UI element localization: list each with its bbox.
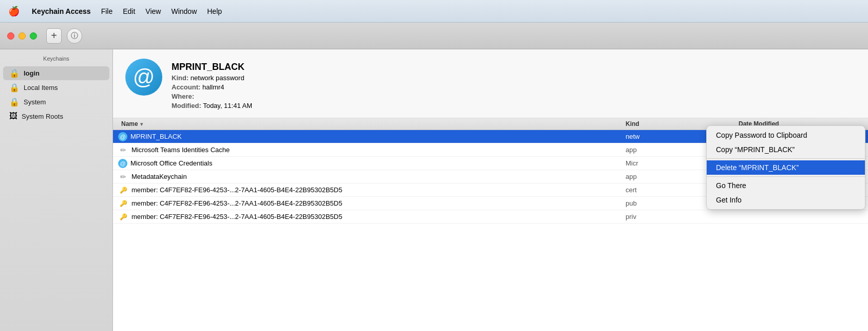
- row-kind: priv: [621, 213, 734, 220]
- lock-icon-login: 🔒: [9, 68, 20, 78]
- detail-kind-row: Kind: network password: [172, 74, 252, 82]
- row-name-cell: ✏ Microsoft Teams Identities Cache: [113, 146, 621, 154]
- sidebar-item-system-roots[interactable]: 🖼 System Roots: [3, 109, 109, 123]
- add-button[interactable]: +: [46, 28, 62, 44]
- traffic-lights: [7, 32, 37, 40]
- detail-where-row: Where:: [172, 93, 252, 100]
- menu-edit[interactable]: Edit: [123, 7, 135, 15]
- close-button[interactable]: [7, 32, 14, 40]
- pen-icon-row3: ✏: [118, 173, 128, 181]
- context-separator-2: [707, 176, 865, 177]
- detail-account-value: hallmr4: [202, 83, 224, 91]
- row-name: MetadataKeychain: [131, 173, 187, 180]
- apple-menu[interactable]: 🍎: [8, 6, 20, 17]
- menu-view[interactable]: View: [145, 7, 161, 15]
- row-name: Microsoft Office Credentials: [130, 159, 212, 167]
- maximize-button[interactable]: [30, 32, 37, 40]
- app-name: Keychain Access: [32, 7, 91, 15]
- row-name-cell: 🔑 member: C4F7EF82-FE96-4253-...2-7AA1-4…: [113, 199, 621, 207]
- row-name-cell: @ MPRINT_BLACK: [113, 132, 621, 141]
- at-icon-row: @: [118, 132, 127, 141]
- context-item-delete[interactable]: Delete “MPRINT_BLACK”: [707, 160, 865, 175]
- detail-info: MPRINT_BLACK Kind: network password Acco…: [172, 59, 252, 109]
- detail-modified-row: Modified: Today, 11:41 AM: [172, 102, 252, 109]
- menu-file[interactable]: File: [101, 7, 113, 15]
- sidebar-label-login: login: [24, 69, 40, 77]
- detail-account-row: Account: hallmr4: [172, 83, 252, 91]
- at-icon-row2: @: [118, 159, 127, 168]
- row-name-cell: 🔑 member: C4F7EF82-FE96-4253-...2-7AA1-4…: [113, 186, 621, 194]
- menubar: 🍎 Keychain Access File Edit View Window …: [0, 0, 868, 23]
- pen-icon-row: ✏: [118, 146, 128, 154]
- key-icon-row6: 🔑: [118, 213, 128, 220]
- table-row[interactable]: 🔑 member: C4F7EF82-FE96-4253-...2-7AA1-4…: [113, 210, 868, 224]
- sidebar: Keychains 🔒 login 🔒 Local Items 🔒 System…: [0, 49, 113, 331]
- context-item-copy-name[interactable]: Copy “MPRINT_BLACK”: [707, 142, 865, 157]
- key-icon-row5: 🔑: [118, 200, 128, 207]
- roots-icon: 🖼: [9, 112, 17, 121]
- context-item-copy-password[interactable]: Copy Password to Clipboard: [707, 128, 865, 142]
- toolbar: + ⓘ: [0, 23, 868, 49]
- context-menu: Copy Password to Clipboard Copy “MPRINT_…: [706, 125, 865, 210]
- sidebar-item-system[interactable]: 🔒 System: [3, 95, 109, 109]
- cert-icon-row: 🔑: [118, 187, 128, 194]
- row-name-cell: 🔑 member: C4F7EF82-FE96-4253-...2-7AA1-4…: [113, 213, 621, 220]
- sidebar-item-local-items[interactable]: 🔒 Local Items: [3, 81, 109, 95]
- detail-kind-value: network password: [191, 74, 244, 82]
- row-name: MPRINT_BLACK: [130, 133, 182, 140]
- lock-icon-system: 🔒: [9, 97, 20, 107]
- row-name: member: C4F7EF82-FE96-4253-...2-7AA1-460…: [131, 199, 342, 207]
- row-name: member: C4F7EF82-FE96-4253-...2-7AA1-460…: [131, 186, 342, 194]
- sidebar-item-login[interactable]: 🔒 login: [3, 66, 109, 80]
- content-area: @ MPRINT_BLACK Kind: network password Ac…: [113, 49, 868, 331]
- sort-arrow-icon: ▾: [140, 121, 143, 127]
- detail-title: MPRINT_BLACK: [172, 62, 252, 72]
- row-name: member: C4F7EF82-FE96-4253-...2-7AA1-460…: [131, 213, 342, 220]
- context-item-get-info[interactable]: Get Info: [707, 193, 865, 207]
- lock-icon-local: 🔒: [9, 83, 20, 93]
- minimize-button[interactable]: [18, 32, 26, 40]
- detail-modified-value: Today, 11:41 AM: [203, 102, 252, 109]
- sidebar-label-system-roots: System Roots: [22, 113, 63, 120]
- sidebar-label-system: System: [24, 98, 46, 106]
- main-layout: Keychains 🔒 login 🔒 Local Items 🔒 System…: [0, 49, 868, 331]
- row-name: Microsoft Teams Identities Cache: [131, 146, 230, 154]
- row-name-cell: ✏ MetadataKeychain: [113, 173, 621, 181]
- detail-panel: @ MPRINT_BLACK Kind: network password Ac…: [113, 49, 868, 118]
- col-header-name[interactable]: Name ▾: [113, 120, 621, 127]
- detail-icon: @: [125, 59, 162, 96]
- info-button[interactable]: ⓘ: [67, 28, 82, 44]
- context-item-go-there[interactable]: Go There: [707, 178, 865, 193]
- sidebar-label-local: Local Items: [24, 84, 58, 91]
- row-name-cell: @ Microsoft Office Credentials: [113, 159, 621, 168]
- at-icon: @: [133, 66, 155, 88]
- sidebar-header: Keychains: [0, 53, 112, 66]
- context-separator: [707, 158, 865, 159]
- menu-window[interactable]: Window: [171, 7, 197, 15]
- menu-help[interactable]: Help: [207, 7, 222, 15]
